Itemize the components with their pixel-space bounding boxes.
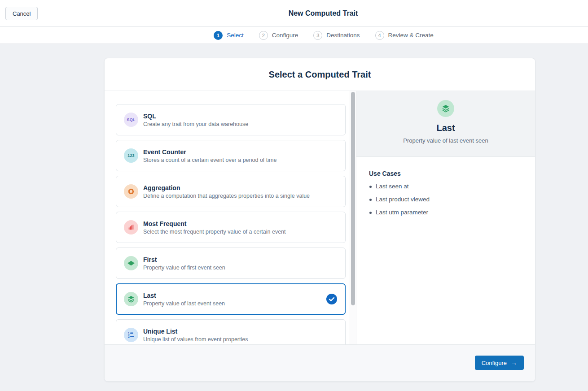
selected-check-icon [326, 294, 337, 304]
scrollbar-track[interactable] [350, 91, 356, 344]
gear-ring-icon [124, 184, 138, 199]
cancel-button[interactable]: Cancel [5, 7, 38, 20]
123-badge-icon: 123 [124, 148, 138, 163]
trait-option-description: Create any trait from your data warehous… [143, 121, 248, 127]
step-label: Select [227, 32, 244, 39]
layers-icon [124, 292, 138, 306]
trait-option-aggregation[interactable]: Aggregation Define a computation that ag… [116, 176, 346, 207]
numbered-list-icon: 1 2 [124, 328, 138, 342]
trait-option-description: Stores a count of a certain event over a… [143, 157, 276, 163]
card-body: SQL SQL Create any trait from your data … [105, 91, 535, 344]
card-footer: Configure → [105, 344, 535, 381]
trait-option-title: First [143, 256, 225, 263]
step-number-badge: 4 [375, 31, 384, 40]
top-bar: Cancel New Computed Trait [0, 0, 588, 27]
sql-badge-icon: SQL [124, 113, 138, 127]
trait-detail-subtitle: Property value of last event seen [356, 137, 535, 144]
step-select[interactable]: 1Select [214, 31, 244, 40]
step-number-badge: 3 [313, 31, 322, 40]
step-destinations[interactable]: 3Destinations [313, 31, 360, 40]
step-configure[interactable]: 2Configure [259, 31, 298, 40]
trait-option-unique[interactable]: 1 2 Unique List Unique list of values fr… [116, 319, 346, 344]
use-case-item: Last utm parameter [369, 209, 522, 216]
trait-option-title: Unique List [143, 328, 248, 335]
step-label: Destinations [326, 32, 360, 39]
use-cases-heading: Use Cases [369, 170, 522, 177]
scrollbar-thumb[interactable] [351, 92, 355, 305]
layers-icon [437, 100, 454, 117]
trait-list: SQL SQL Create any trait from your data … [105, 91, 350, 344]
trait-option-title: Event Counter [143, 148, 276, 156]
svg-text:2: 2 [128, 335, 130, 338]
step-number-badge: 2 [259, 31, 268, 40]
trait-detail-panel: Last Property value of last event seen U… [356, 91, 535, 344]
trait-option-counter[interactable]: 123 Event Counter Stores a count of a ce… [116, 140, 346, 171]
trait-option-description: Define a computation that aggregates pro… [143, 193, 310, 199]
wizard-stepper: 1Select2Configure3Destinations4Review & … [0, 27, 588, 44]
trait-option-sql[interactable]: SQL SQL Create any trait from your data … [116, 104, 346, 135]
configure-button[interactable]: Configure → [475, 356, 524, 370]
configure-button-label: Configure [482, 360, 507, 366]
trait-option-frequent[interactable]: Most Frequent Select the most frequent p… [116, 212, 346, 243]
use-cases-list: Last seen atLast product viewedLast utm … [369, 183, 522, 216]
step-label: Configure [272, 32, 298, 39]
trait-option-title: Last [143, 292, 225, 299]
trait-option-description: Property value of first event seen [143, 265, 225, 271]
trait-option-last[interactable]: Last Property value of last event seen [116, 283, 346, 315]
arrow-right-icon: → [511, 359, 517, 366]
use-case-item: Last product viewed [369, 196, 522, 203]
step-label: Review & Create [388, 32, 434, 39]
trait-option-title: Aggregation [143, 184, 310, 191]
page-title: New Computed Trait [289, 9, 358, 17]
card-header: Select a Computed Trait [105, 58, 535, 91]
trait-option-title: SQL [143, 113, 248, 120]
trait-detail-body: Use Cases Last seen atLast product viewe… [356, 157, 535, 222]
trait-option-first[interactable]: First Property value of first event seen [116, 248, 346, 279]
diamond-icon [124, 256, 138, 270]
trait-option-title: Most Frequent [143, 220, 286, 227]
trait-detail-header: Last Property value of last event seen [356, 91, 535, 157]
step-review-create[interactable]: 4Review & Create [375, 31, 434, 40]
bar-chart-icon [124, 220, 138, 235]
use-case-item: Last seen at [369, 183, 522, 190]
card-title: Select a Computed Trait [269, 70, 371, 80]
step-number-badge: 1 [214, 31, 223, 40]
trait-option-description: Property value of last event seen [143, 300, 225, 307]
trait-detail-title: Last [356, 123, 535, 133]
trait-option-description: Select the most frequent property value … [143, 229, 286, 235]
select-trait-card: Select a Computed Trait SQL SQL Create a… [104, 58, 535, 382]
svg-text:1: 1 [128, 332, 130, 335]
trait-option-description: Unique list of values from event propert… [143, 336, 248, 343]
